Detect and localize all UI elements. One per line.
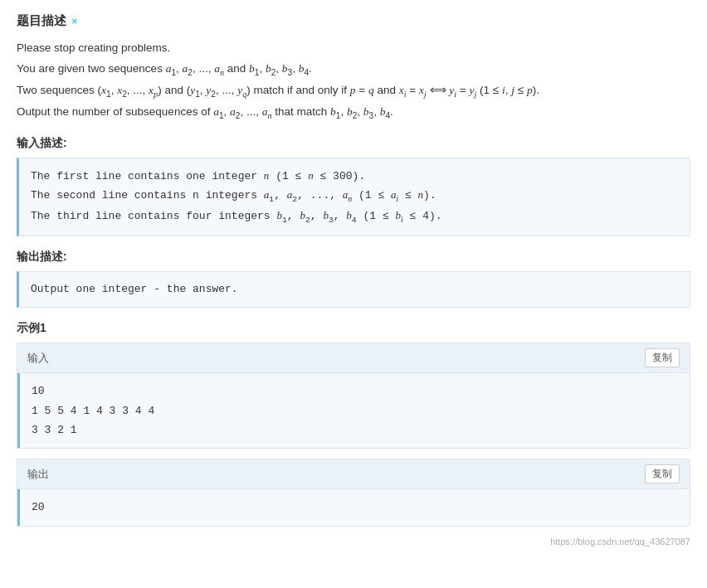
example1-title: 示例1 [17,321,690,336]
input-line2: 1 5 5 4 1 4 3 3 4 4 [32,401,678,420]
desc-line4: Output the number of subsequences of a1,… [17,103,690,123]
output-description-block: Output one integer - the answer. [17,271,690,308]
desc-line3: Two sequences (x1, x2, ..., xp) and (y1,… [17,81,690,101]
close-icon[interactable]: × [71,15,78,27]
title-bar: 题目描述 × [17,13,690,29]
output-example-box: 输出 复制 20 [17,459,690,526]
output-example-content: 20 [17,489,690,525]
input-section-label: 输入描述: [17,136,690,151]
input-line1: 10 [32,381,678,401]
copy-output-button[interactable]: 复制 [645,464,680,484]
input-code-line1: The first line contains one integer n (1… [31,167,678,186]
input-example-box: 输入 复制 10 1 5 5 4 1 4 3 3 4 4 3 3 2 1 [17,343,690,449]
output-line1: 20 [32,498,678,517]
input-code-line2: The second line contains n integers a1, … [31,186,678,207]
input-code-line3: The third line contains four integers b1… [31,207,678,227]
input-description-block: The first line contains one integer n (1… [17,158,690,236]
output-section-label: 输出描述: [17,250,690,265]
output-code-line1: Output one integer - the answer. [31,280,678,299]
problem-description: Please stop creating problems. You are g… [17,39,690,123]
input-label: 输入 [27,351,49,366]
output-label: 输出 [27,467,49,482]
desc-line2: You are given two sequences a1, a2, ...,… [17,60,690,80]
copy-input-button[interactable]: 复制 [645,348,680,367]
watermark: https://blog.csdn.net/qq_43627087 [17,537,690,547]
desc-line1: Please stop creating problems. [17,39,690,58]
input-example-header: 输入 复制 [17,343,690,373]
output-example-header: 输出 复制 [17,459,690,489]
page-title: 题目描述 [17,13,66,29]
input-line3: 3 3 2 1 [32,420,678,440]
input-example-content: 10 1 5 5 4 1 4 3 3 4 4 3 3 2 1 [17,373,690,448]
